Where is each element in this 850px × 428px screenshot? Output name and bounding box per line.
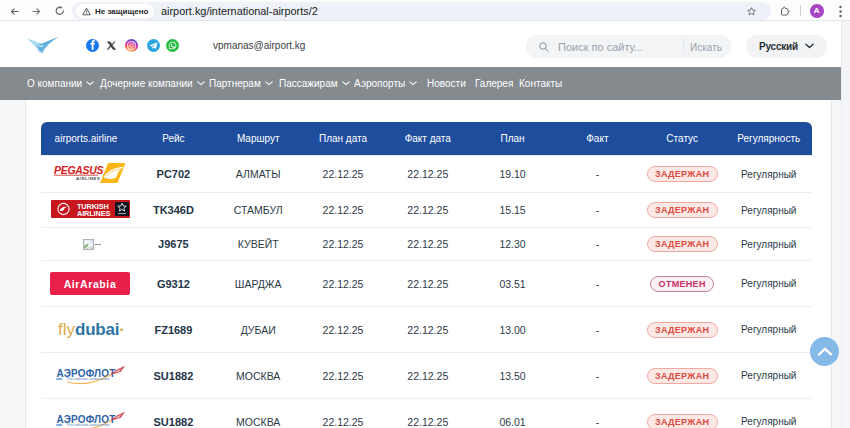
svg-text:PEGASUS: PEGASUS xyxy=(54,164,104,176)
svg-text:Российские авиалинии: Российские авиалинии xyxy=(67,376,110,381)
svg-text:AIRLINES: AIRLINES xyxy=(77,209,110,218)
svg-text:AIRLINES: AIRLINES xyxy=(76,176,100,181)
svg-text:Российские авиалинии: Российские авиалинии xyxy=(67,422,110,427)
